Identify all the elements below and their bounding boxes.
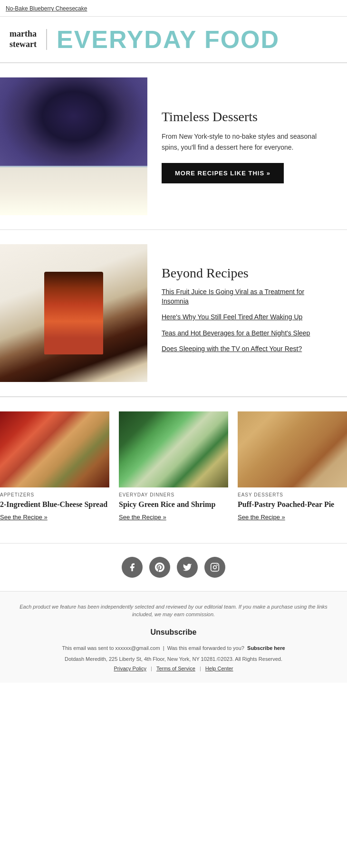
footer-links: Privacy Policy | Terms of Service | Help… — [19, 666, 328, 671]
cards-grid: APPETIZERS 2-Ingredient Blue-Cheese Spre… — [0, 411, 347, 529]
card-category-1: APPETIZERS — [0, 492, 109, 497]
list-item: This Fruit Juice Is Going Viral as a Tre… — [162, 287, 333, 306]
logo-line1: martha — [10, 29, 37, 39]
card-title-1: 2-Ingredient Blue-Cheese Spread — [0, 500, 109, 510]
pinterest-icon[interactable] — [149, 557, 170, 578]
drink-image — [0, 244, 147, 382]
forwarded-text: Was this email forwarded to you? — [167, 645, 244, 651]
card-desserts: EASY DESSERTS Puff-Pastry Poached-Pear P… — [233, 411, 347, 529]
footer: Each product we feature has been indepen… — [0, 591, 347, 683]
blueberry-cheesecake-image — [0, 77, 147, 215]
card-link-3[interactable]: See the Recipe » — [238, 514, 285, 521]
beyond-link-1[interactable]: This Fruit Juice Is Going Viral as a Tre… — [162, 288, 304, 305]
list-item: Teas and Hot Beverages for a Better Nigh… — [162, 329, 333, 338]
instagram-icon[interactable] — [204, 557, 225, 578]
card-dinners: EVERYDAY DINNERS Spicy Green Rice and Sh… — [114, 411, 233, 529]
social-section — [0, 543, 347, 591]
timeless-desserts-content: Timeless Desserts From New York-style to… — [147, 109, 347, 183]
top-bar-link[interactable]: No-Bake Blueberry Cheesecake — [6, 5, 87, 12]
section1-heading: Timeless Desserts — [162, 109, 333, 124]
section1-body: From New York-style to no-bake styles an… — [162, 131, 333, 153]
beyond-recipes-section: Beyond Recipes This Fruit Juice Is Going… — [0, 230, 347, 396]
card-appetizer: APPETIZERS 2-Ingredient Blue-Cheese Spre… — [0, 411, 114, 529]
more-recipes-button[interactable]: MORE RECIPES LIKE THIS » — [162, 163, 284, 183]
card-link-1[interactable]: See the Recipe » — [0, 514, 48, 521]
unsubscribe-link[interactable]: Unsubscribe — [19, 628, 328, 637]
rice-image — [119, 411, 228, 487]
beyond-link-2[interactable]: Here's Why You Still Feel Tired After Wa… — [162, 313, 302, 321]
beyond-link-3[interactable]: Teas and Hot Beverages for a Better Nigh… — [162, 329, 310, 337]
privacy-policy-link[interactable]: Privacy Policy — [114, 666, 146, 671]
list-item: Does Sleeping with the TV on Affect Your… — [162, 344, 333, 354]
beyond-recipes-content: Beyond Recipes This Fruit Juice Is Going… — [147, 266, 347, 361]
svg-point-1 — [213, 565, 217, 569]
recipe-cards-section: APPETIZERS 2-Ingredient Blue-Cheese Spre… — [0, 397, 347, 543]
pie-image — [238, 411, 347, 487]
footer-sent: This email was sent to xxxxxx@gmail.com … — [19, 644, 328, 653]
facebook-icon[interactable] — [122, 557, 143, 578]
beyond-links-list: This Fruit Juice Is Going Viral as a Tre… — [162, 287, 333, 354]
terms-of-service-link[interactable]: Terms of Service — [156, 666, 195, 671]
card-title-2: Spicy Green Rice and Shrimp — [119, 500, 228, 510]
svg-rect-0 — [211, 563, 219, 571]
beyond-link-4[interactable]: Does Sleeping with the TV on Affect Your… — [162, 345, 302, 353]
card-category-3: EASY DESSERTS — [238, 492, 347, 497]
timeless-desserts-section: Timeless Desserts From New York-style to… — [0, 63, 347, 229]
logo-line2: stewart — [10, 39, 37, 50]
subscribe-here-link[interactable]: Subscribe here — [247, 645, 285, 651]
list-item: Here's Why You Still Feel Tired After Wa… — [162, 313, 333, 322]
svg-point-2 — [216, 564, 218, 566]
footer-disclaimer: Each product we feature has been indepen… — [19, 603, 328, 619]
card-link-2[interactable]: See the Recipe » — [119, 514, 166, 521]
footer-address: Dotdash Meredith, 225 Liberty St, 4th Fl… — [19, 656, 328, 662]
section2-heading: Beyond Recipes — [162, 266, 333, 281]
card-category-2: EVERYDAY DINNERS — [119, 492, 228, 497]
card-title-3: Puff-Pastry Poached-Pear Pie — [238, 500, 347, 510]
top-bar: No-Bake Blueberry Cheesecake — [0, 0, 347, 17]
twitter-icon[interactable] — [177, 557, 198, 578]
social-icons-container — [0, 557, 347, 578]
sent-to-text: This email was sent to xxxxxx@gmail.com — [62, 645, 160, 651]
header-title: EVERYDAY FOOD — [57, 25, 280, 54]
appetizer-image — [0, 411, 109, 487]
header: martha stewart EVERYDAY FOOD — [0, 17, 347, 63]
logo: martha stewart — [10, 29, 47, 49]
help-center-link[interactable]: Help Center — [205, 666, 233, 671]
